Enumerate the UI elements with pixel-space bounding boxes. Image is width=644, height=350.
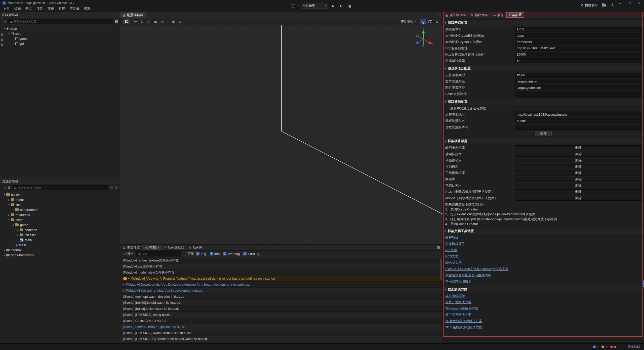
console-filter-warning[interactable]: Warning (223, 252, 240, 256)
minimize-button[interactable]: ─ (615, 0, 625, 6)
tree-row[interactable]: ▸seedrandom (0, 207, 120, 212)
refresh-icon[interactable]: ↻ (115, 186, 118, 190)
delete-button[interactable]: 删除 (515, 189, 642, 194)
property-input[interactable] (515, 112, 642, 117)
tree-row[interactable]: ◈main (0, 242, 120, 247)
console-log-row[interactable]: ▸[Window] You are running Vue in develop… (120, 288, 442, 294)
console-log-row[interactable]: [Scene] Cocos Creator v3.8.2 (120, 318, 442, 324)
tree-row[interactable]: ▸oops-framework (0, 252, 120, 257)
tree-row[interactable]: ▾assets (0, 192, 120, 197)
property-input[interactable] (515, 39, 642, 45)
rect-tool-button[interactable]: ▭ (152, 19, 158, 24)
tree-row[interactable]: ▾script (0, 217, 120, 222)
doc-link[interactable]: 全栈开发解决方案 (445, 300, 471, 304)
scene-settings-button[interactable]: ⚙ (434, 19, 440, 24)
delete-button[interactable]: 删除 (515, 170, 642, 176)
section-header[interactable]: ▾游戏多语言配置 (443, 65, 644, 71)
status-warning[interactable]: 1 (601, 345, 607, 349)
expander-caret-icon[interactable]: ▸ (12, 42, 15, 45)
console-log-row[interactable]: [Scene] [PHYSICS]: switch from builtin t… (120, 330, 442, 336)
doc-link[interactable]: 教程项目 (445, 235, 458, 240)
status-error[interactable]: 0 (610, 345, 616, 349)
console-filter-info[interactable]: Info (210, 252, 220, 256)
hierarchy-search-input[interactable] (13, 20, 111, 23)
checkbox-error[interactable] (243, 252, 247, 255)
property-input[interactable] (515, 125, 642, 130)
preview-device-icon[interactable] (291, 5, 295, 7)
menu-item[interactable]: 面板 (45, 6, 56, 12)
menu-item[interactable]: 节点 (23, 6, 34, 12)
console-log-row[interactable]: !▸[Window] [Vue warn]: Property "onInput… (120, 276, 442, 282)
mode-3d-toggle[interactable]: 3D (123, 19, 130, 24)
gizmo-tool-button[interactable]: ⊞ (159, 19, 165, 24)
doc-link[interactable]: MVVM文档 (445, 260, 462, 265)
menu-item[interactable]: 文件 (1, 6, 12, 12)
console-log-row[interactable]: [Scene] [box2d]:box2d wasm lib loaded. (120, 300, 442, 306)
close-button[interactable]: × (634, 0, 644, 6)
view-mode-select[interactable]: 正常浏览 ▾ (399, 20, 417, 24)
checkbox-log[interactable] (196, 252, 199, 255)
expander-caret-icon[interactable]: ▾ (12, 224, 15, 226)
help-icon[interactable]: ? (611, 4, 614, 7)
layout-grid-button[interactable]: ▦ (347, 3, 353, 9)
collapse-log-icon[interactable]: ▤ (257, 252, 260, 256)
delete-button[interactable]: 删除 (515, 183, 642, 188)
tree-row[interactable]: ▸internal (0, 247, 120, 252)
delete-button[interactable]: 删除 (515, 177, 642, 182)
doc-link[interactable]: 新手引导解决方案 (445, 313, 471, 317)
property-input[interactable] (515, 85, 642, 90)
property-input[interactable] (515, 46, 642, 51)
property-input[interactable] (515, 73, 642, 78)
save-button[interactable]: 保存 (535, 131, 552, 136)
scene-menu-icon[interactable]: ☰ (437, 13, 440, 17)
section-header[interactable]: ▾框架模块裁剪 (443, 138, 644, 144)
tree-row[interactable]: ▸gui (0, 41, 120, 46)
scene-camera-button[interactable] (427, 19, 433, 24)
console-menu-icon[interactable]: ☰ (437, 246, 440, 249)
filter-icon[interactable] (110, 187, 113, 187)
console-log-row[interactable]: ▸[Window] Download the Vue Devtools exte… (120, 282, 442, 288)
remote-load-checkbox[interactable] (445, 107, 448, 110)
menu-item[interactable]: 编辑 (12, 6, 23, 12)
menu-item[interactable]: 开发者 (67, 6, 82, 12)
console-filter-log[interactable]: Log (196, 252, 206, 256)
section-header[interactable]: ▾框架解决方案 (443, 286, 644, 292)
sort-icon[interactable]: ⇅ (8, 186, 10, 190)
menu-item[interactable]: 扩展 (56, 6, 67, 12)
regex-checkbox[interactable] (183, 252, 186, 255)
build-publish-button[interactable]: ⚒ 构建发布 (580, 3, 598, 8)
inspector-tab[interactable]: ☁服务 (490, 12, 506, 18)
expander-caret-icon[interactable]: ▸ (16, 234, 20, 236)
expander-caret-icon[interactable]: ▾ (3, 27, 6, 30)
open-project-folder-icon[interactable] (602, 4, 606, 7)
expand-caret-icon[interactable]: ▸ (123, 283, 125, 286)
console-log-row[interactable]: [Scene] [PHYSICS2D]: switch from box2d-w… (120, 336, 442, 342)
filter-icon[interactable] (115, 20, 118, 21)
expander-caret-icon[interactable]: ▾ (7, 218, 11, 221)
console-log-row[interactable]: [Window] ecs文件夹不存在 (120, 264, 442, 270)
checkbox-warning[interactable] (223, 252, 226, 255)
tree-row[interactable]: ▸resources (0, 212, 120, 217)
expander-caret-icon[interactable]: ▾ (7, 32, 11, 35)
console-tab[interactable]: ◈动画图 (187, 245, 205, 250)
property-input[interactable] (515, 33, 642, 38)
console-tab[interactable]: ✎动画编辑器 (162, 245, 187, 250)
assets-search-input[interactable] (18, 186, 106, 190)
expander-caret-icon[interactable]: ▾ (3, 193, 6, 196)
doc-link[interactable]: 原生包热更新配置自动生成插件 (445, 273, 491, 278)
console-log-row[interactable]: [Window] render_texture文件夹不存在 (120, 257, 442, 264)
regex-toggle[interactable]: 正则 (183, 252, 194, 256)
tree-row[interactable]: TSMain (0, 237, 120, 242)
tree-row[interactable]: ▾libs (0, 202, 120, 207)
console-scrollbar[interactable] (440, 259, 442, 280)
console-log-row[interactable]: [Scene] [bullet]:bullet wasm lib loaded. (120, 306, 442, 312)
property-input[interactable] (515, 79, 642, 84)
property-input[interactable] (515, 92, 642, 97)
axis-gizmo[interactable]: Y X Z (412, 28, 435, 51)
console-log-row[interactable]: [Window] model_view文件夹不存在 (120, 270, 442, 276)
property-input[interactable] (515, 27, 642, 32)
pivot-toggle-button[interactable]: ◉ (170, 19, 176, 24)
rotate-tool-button[interactable]: ↻ (139, 19, 145, 24)
console-log-row[interactable]: [Scene] meshopt wasm decoder initialized (120, 294, 442, 300)
inspector-scrollbar[interactable] (642, 280, 644, 287)
